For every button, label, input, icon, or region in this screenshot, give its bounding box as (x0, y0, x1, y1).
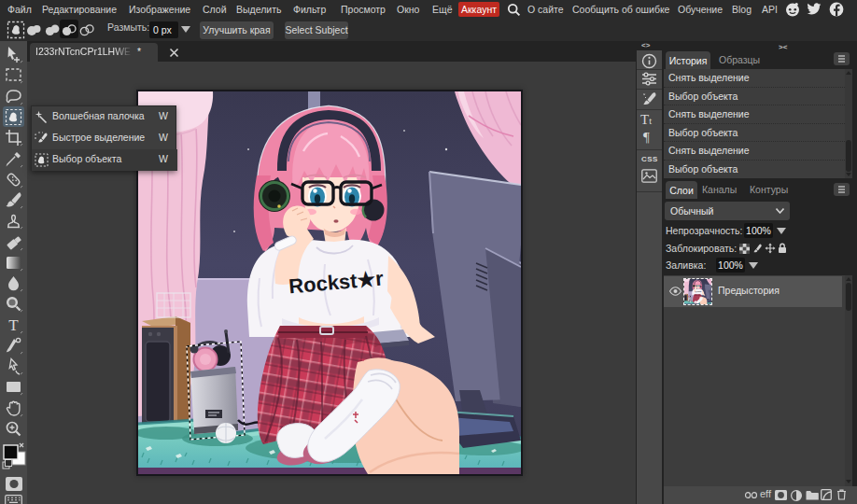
svg-text:T: T (8, 316, 19, 334)
